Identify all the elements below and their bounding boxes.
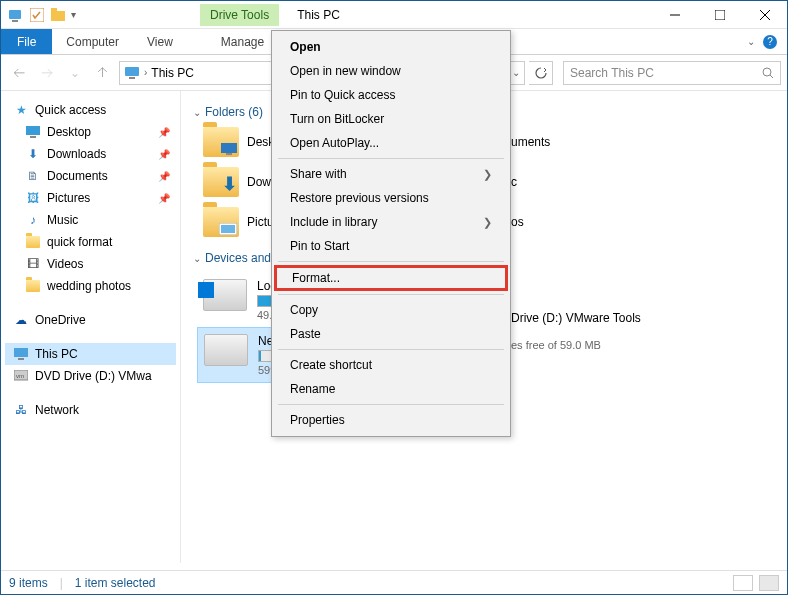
partial-label: uments [511,135,550,149]
menu-item-rename[interactable]: Rename [272,377,510,401]
menu-item-pin-to-quick-access[interactable]: Pin to Quick access [272,83,510,107]
back-button[interactable]: 🡠 [7,61,31,85]
thispc-icon [124,66,140,80]
menu-item-open-in-new-window[interactable]: Open in new window [272,59,510,83]
search-input[interactable]: Search This PC [563,61,781,85]
menu-item-format[interactable]: Format... [274,265,508,291]
download-icon: ⬇ [25,146,41,162]
menu-separator [278,294,504,295]
properties-icon[interactable] [27,5,47,25]
folder-icon [25,278,41,294]
sidebar-item-videos[interactable]: 🎞Videos [5,253,176,275]
menu-separator [278,404,504,405]
address-dropdown-icon[interactable]: ⌄ [512,67,520,78]
new-folder-icon[interactable] [49,5,69,25]
folder-documents[interactable]: Documents uments [483,127,733,157]
qat-dropdown-icon[interactable]: ▾ [71,9,76,20]
sidebar-item-onedrive[interactable]: ☁OneDrive [5,309,176,331]
help-icon[interactable]: ? [763,35,777,49]
status-item-count: 9 items [9,576,48,590]
partial-label: c [511,175,517,189]
documents-icon: 🗎 [25,168,41,184]
svg-rect-14 [30,136,36,138]
drive-icon [204,334,248,366]
onedrive-icon: ☁ [13,312,29,328]
svg-rect-15 [14,348,28,357]
ribbon-expand-icon[interactable]: ⌄ [747,36,755,47]
view-icons-button[interactable] [759,575,779,591]
recent-dropdown-icon[interactable]: ⌄ [63,61,87,85]
window-title: This PC [297,8,340,22]
file-tab[interactable]: File [1,29,52,54]
folder-videos[interactable]: os [483,207,733,237]
menu-separator [278,349,504,350]
menu-item-open-autoplay[interactable]: Open AutoPlay... [272,131,510,155]
folder-icon [203,127,239,157]
menu-item-restore-previous-versions[interactable]: Restore previous versions [272,186,510,210]
folder-icon [25,234,41,250]
menu-item-paste[interactable]: Paste [272,322,510,346]
network-icon: 🖧 [13,402,29,418]
close-button[interactable] [742,1,787,29]
menu-separator [278,158,504,159]
sidebar-item-quickformat[interactable]: quick format [5,231,176,253]
view-details-button[interactable] [733,575,753,591]
pin-icon: 📌 [158,193,170,204]
sidebar-item-desktop[interactable]: Desktop📌 [5,121,176,143]
forward-button[interactable]: 🡢 [35,61,59,85]
up-button[interactable]: 🡡 [91,61,115,85]
svg-line-12 [770,75,773,78]
folder-icon [203,207,239,237]
svg-rect-3 [51,11,65,21]
svg-rect-9 [125,67,139,76]
minimize-button[interactable] [652,1,697,29]
tab-computer[interactable]: Computer [52,29,133,54]
chevron-right-icon[interactable]: › [144,67,147,78]
desktop-icon [25,124,41,140]
search-icon [762,67,774,79]
chevron-right-icon: ❯ [483,216,492,229]
tab-manage[interactable]: Manage [207,29,278,54]
pictures-icon: 🖼 [25,190,41,206]
menu-item-properties[interactable]: Properties [272,408,510,432]
menu-item-copy[interactable]: Copy [272,298,510,322]
maximize-button[interactable] [697,1,742,29]
menu-item-share-with[interactable]: Share with❯ [272,162,510,186]
menu-item-include-in-library[interactable]: Include in library❯ [272,210,510,234]
app-icon [5,5,25,25]
drive-tools-badge: Drive Tools [200,4,279,26]
drive-dvd-label: Drive (D:) VMware Tools [511,311,641,325]
status-selected-count: 1 item selected [75,576,156,590]
refresh-button[interactable] [529,61,553,85]
context-menu: OpenOpen in new windowPin to Quick acces… [271,30,511,437]
chevron-right-icon: ❯ [483,168,492,181]
sidebar-item-wedding[interactable]: wedding photos [5,275,176,297]
svg-text:vm: vm [16,373,24,379]
svg-rect-6 [715,10,725,20]
svg-rect-16 [18,358,24,360]
sidebar-item-network[interactable]: 🖧Network [5,399,176,421]
menu-item-create-shortcut[interactable]: Create shortcut [272,353,510,377]
dvd-icon: vm [13,368,29,384]
svg-rect-0 [9,10,21,19]
sidebar-item-thispc[interactable]: This PC [5,343,176,365]
menu-item-open[interactable]: Open [272,35,510,59]
sidebar-item-downloads[interactable]: ⬇Downloads📌 [5,143,176,165]
svg-rect-19 [221,143,237,153]
folder-icon: ⬇ [203,167,239,197]
svg-rect-1 [12,20,18,22]
menu-item-pin-to-start[interactable]: Pin to Start [272,234,510,258]
quick-access-header[interactable]: ★ Quick access [5,99,176,121]
menu-separator [278,261,504,262]
sidebar-item-music[interactable]: ♪Music [5,209,176,231]
pin-icon: 📌 [158,127,170,138]
sidebar-item-documents[interactable]: 🗎Documents📌 [5,165,176,187]
tab-view[interactable]: View [133,29,187,54]
folder-music[interactable]: c [483,167,733,197]
menu-item-turn-on-bitlocker[interactable]: Turn on BitLocker [272,107,510,131]
titlebar: ▾ Drive Tools This PC [1,1,787,29]
svg-rect-13 [26,126,40,135]
sidebar-item-pictures[interactable]: 🖼Pictures📌 [5,187,176,209]
navigation-pane: ★ Quick access Desktop📌 ⬇Downloads📌 🗎Doc… [1,91,181,563]
sidebar-item-dvd[interactable]: vmDVD Drive (D:) VMwa [5,365,176,387]
